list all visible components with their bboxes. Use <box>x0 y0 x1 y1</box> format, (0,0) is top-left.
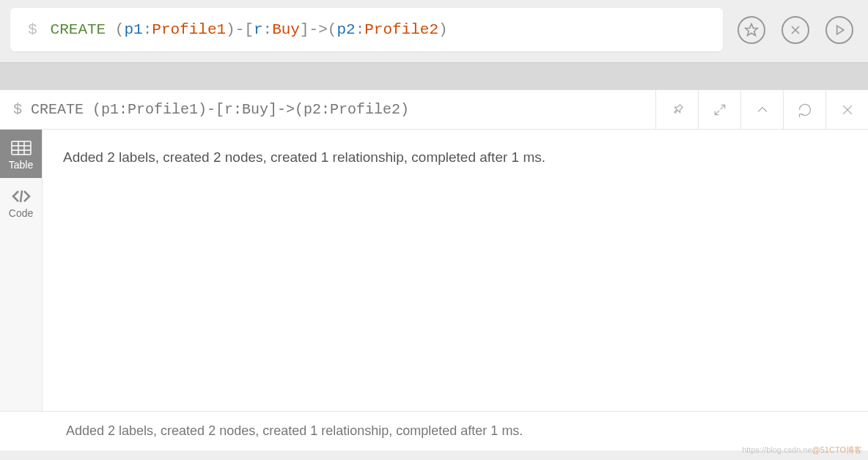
close-result-button[interactable] <box>825 90 868 129</box>
refresh-icon <box>798 103 812 117</box>
rerun-button[interactable] <box>783 90 825 129</box>
view-tabs: Table Code <box>0 130 43 411</box>
query-input[interactable]: $ CREATE (p1:Profile1)-[r:Buy]->(p2:Prof… <box>10 8 723 51</box>
table-icon <box>11 140 32 156</box>
query-editor-bar: $ CREATE (p1:Profile1)-[r:Buy]->(p2:Prof… <box>0 0 868 62</box>
star-icon <box>744 23 759 37</box>
separator-gap <box>0 62 868 89</box>
clear-button[interactable] <box>781 16 809 44</box>
result-prompt-symbol: $ <box>13 101 22 118</box>
result-footer: Added 2 labels, created 2 nodes, created… <box>0 411 868 450</box>
run-button[interactable] <box>825 16 853 44</box>
favorite-button[interactable] <box>738 16 765 44</box>
chevron-up-icon <box>755 103 770 117</box>
result-action-buttons <box>655 90 868 129</box>
code-icon <box>11 188 32 204</box>
query-action-buttons <box>738 16 858 44</box>
collapse-button[interactable] <box>740 90 783 129</box>
result-body: Table Code Added 2 labels, created 2 nod… <box>0 130 868 411</box>
watermark: https://blog.csdn.ne@51CTO博客 <box>742 445 862 456</box>
tab-table[interactable]: Table <box>0 130 42 178</box>
result-query-echo[interactable]: $ CREATE (p1:Profile1)-[r:Buy]->(p2:Prof… <box>0 90 655 129</box>
pin-icon <box>670 103 685 117</box>
prompt-symbol: $ <box>28 21 37 38</box>
close-icon <box>840 103 855 117</box>
tab-table-label: Table <box>9 159 33 171</box>
result-header: $ CREATE (p1:Profile1)-[r:Buy]->(p2:Prof… <box>0 90 868 130</box>
result-query-text: CREATE (p1:Profile1)-[r:Buy]->(p2:Profil… <box>31 101 409 118</box>
result-panel: $ CREATE (p1:Profile1)-[r:Buy]->(p2:Prof… <box>0 89 868 450</box>
svg-line-11 <box>21 190 22 202</box>
svg-rect-6 <box>12 141 31 155</box>
pin-button[interactable] <box>655 90 698 129</box>
expand-icon <box>713 103 727 117</box>
tab-code-label: Code <box>9 207 33 219</box>
x-icon <box>788 23 803 37</box>
cypher-query: CREATE (p1:Profile1)-[r:Buy]->(p2:Profil… <box>51 21 448 38</box>
svg-marker-3 <box>837 26 844 34</box>
tab-code[interactable]: Code <box>0 178 42 226</box>
svg-marker-0 <box>746 23 758 35</box>
expand-button[interactable] <box>698 90 740 129</box>
play-icon <box>832 23 847 37</box>
result-message: Added 2 labels, created 2 nodes, created… <box>43 130 868 411</box>
